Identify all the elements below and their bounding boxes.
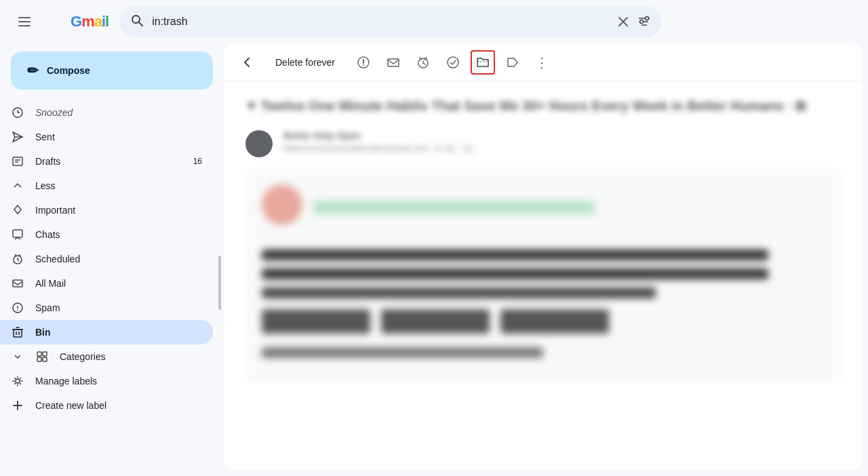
search-clear-button[interactable]	[617, 16, 629, 28]
more-icon: ⋮	[535, 54, 549, 71]
svg-rect-0	[18, 17, 31, 18]
svg-point-53	[448, 57, 458, 68]
snoozed-icon	[11, 106, 24, 119]
svg-rect-26	[15, 254, 16, 256]
svg-line-5	[139, 22, 143, 26]
drafts-badge: 16	[193, 157, 202, 166]
svg-rect-40	[43, 357, 47, 361]
add-to-task-button[interactable]	[441, 50, 465, 75]
spam-icon	[11, 302, 24, 314]
drafts-icon	[11, 155, 24, 167]
snooze-button[interactable]	[411, 50, 435, 75]
email-body-preview	[245, 168, 841, 382]
svg-rect-1	[18, 21, 31, 22]
svg-rect-32	[14, 330, 22, 337]
top-bar: Gmail	[0, 0, 868, 43]
sidebar-item-manage-labels[interactable]: Manage labels	[0, 369, 213, 393]
avatar	[245, 130, 273, 157]
report-spam-button[interactable]	[351, 50, 376, 75]
gmail-logo: Gmail	[43, 12, 108, 31]
compose-icon: ✏	[27, 62, 39, 79]
svg-rect-22	[13, 230, 22, 237]
svg-rect-2	[18, 25, 31, 26]
email-image-placeholder	[262, 184, 302, 225]
scrollbar-thumb[interactable]	[218, 256, 221, 310]
delete-forever-button[interactable]: Delete forever	[264, 50, 346, 75]
important-icon	[11, 204, 24, 216]
sidebar-item-create-new-label[interactable]: Create new label	[0, 393, 213, 418]
svg-marker-21	[14, 205, 21, 214]
categories-expand-icon	[11, 352, 24, 361]
email-toolbar: Delete forever	[224, 43, 863, 81]
svg-point-31	[17, 310, 18, 311]
sidebar-item-bin[interactable]: Bin	[0, 320, 213, 344]
svg-point-41	[16, 379, 20, 383]
compose-label: Compose	[47, 65, 90, 76]
sender-name: Better Help Open	[283, 130, 841, 141]
search-filter-button[interactable]	[637, 15, 651, 28]
sidebar-item-sent[interactable]: Sent	[0, 125, 213, 149]
mark-as-read-button[interactable]	[381, 50, 406, 75]
more-options-button[interactable]: ⋮	[530, 50, 555, 75]
chats-label: Chats	[35, 229, 202, 240]
sidebar-item-drafts[interactable]: Drafts 16	[0, 149, 213, 174]
allmail-label: All Mail	[35, 278, 202, 289]
delete-forever-label: Delete forever	[275, 57, 335, 68]
sidebar-item-scheduled[interactable]: Scheduled	[0, 247, 213, 271]
svg-point-46	[363, 64, 364, 66]
svg-point-11	[646, 17, 649, 20]
important-label: Important	[35, 205, 202, 216]
sidebar-item-chats[interactable]: Chats	[0, 222, 213, 247]
allmail-icon	[11, 277, 24, 290]
sidebar-item-categories[interactable]: Categories	[0, 344, 213, 369]
svg-rect-3	[43, 15, 68, 28]
scheduled-label: Scheduled	[35, 254, 202, 264]
bin-label: Bin	[35, 327, 202, 338]
svg-rect-37	[37, 352, 41, 356]
svg-line-25	[18, 260, 19, 261]
sender-meta: betterhumansnewsletter@substack.com · to…	[283, 144, 841, 153]
create-new-label-label: Create new label	[35, 400, 202, 411]
categories-icon	[35, 351, 49, 363]
spam-label: Spam	[35, 302, 202, 313]
svg-rect-18	[13, 157, 22, 165]
hamburger-button[interactable]	[11, 8, 38, 35]
sidebar-item-important[interactable]: Important	[0, 198, 213, 222]
svg-rect-38	[43, 352, 47, 356]
manage-labels-icon	[11, 375, 24, 387]
back-button[interactable]	[235, 50, 259, 75]
scheduled-icon	[11, 253, 24, 265]
less-label: Less	[35, 180, 202, 191]
svg-point-12	[640, 20, 644, 24]
svg-rect-28	[13, 280, 22, 287]
sidebar-item-snoozed[interactable]: Snoozed	[0, 100, 213, 125]
search-icon	[130, 14, 144, 31]
search-bar	[119, 6, 662, 37]
main-layout: ✏ Compose Snoozed Sent	[0, 43, 868, 476]
sidebar-item-allmail[interactable]: All Mail	[0, 271, 213, 296]
svg-rect-39	[37, 357, 41, 361]
sent-icon	[11, 131, 24, 143]
drafts-label: Drafts	[35, 156, 182, 167]
email-sender-row: Better Help Open betterhumansnewsletter@…	[245, 130, 841, 157]
sidebar-item-spam[interactable]: Spam	[0, 296, 213, 320]
email-panel: Delete forever	[224, 43, 863, 471]
snoozed-label: Snoozed	[35, 107, 202, 118]
svg-rect-27	[19, 254, 20, 256]
chats-icon	[11, 229, 24, 241]
compose-button[interactable]: ✏ Compose	[11, 52, 213, 90]
sidebar: ✏ Compose Snoozed Sent	[0, 43, 224, 476]
create-label-icon	[11, 399, 24, 412]
sent-label: Sent	[35, 132, 202, 142]
email-subject: ✦ Twelve One Minute Habits That Save Me …	[245, 98, 841, 114]
svg-rect-47	[388, 59, 399, 66]
less-icon	[11, 180, 24, 192]
search-input[interactable]	[152, 16, 609, 28]
email-content: ✦ Twelve One Minute Habits That Save Me …	[224, 81, 863, 471]
sidebar-item-less[interactable]: Less	[0, 174, 213, 198]
bin-icon	[11, 326, 24, 338]
categories-label: Categories	[60, 351, 202, 362]
svg-line-50	[423, 63, 425, 64]
move-to-button[interactable]	[471, 50, 495, 75]
label-as-button[interactable]	[500, 50, 525, 75]
